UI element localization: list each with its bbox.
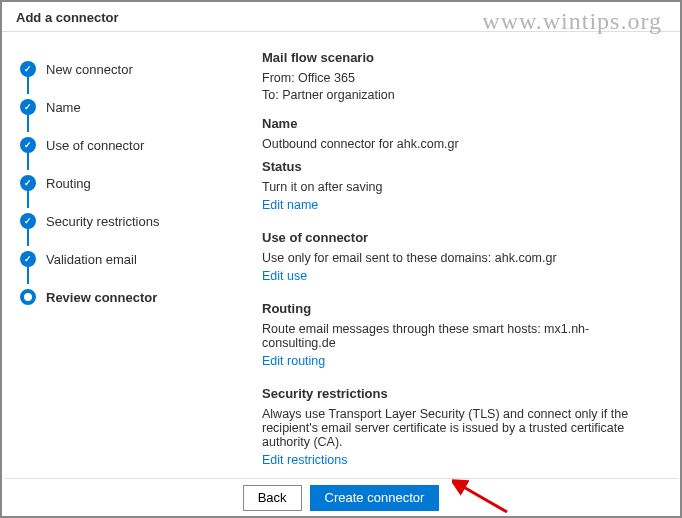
status-title: Status bbox=[262, 159, 660, 174]
check-icon bbox=[20, 137, 36, 153]
use-value: Use only for email sent to these domains… bbox=[262, 251, 660, 265]
step-new-connector[interactable]: New connector bbox=[20, 50, 192, 88]
mail-flow-to: To: Partner organization bbox=[262, 88, 660, 102]
step-use-of-connector[interactable]: Use of connector bbox=[20, 126, 192, 164]
check-icon bbox=[20, 213, 36, 229]
step-label: Use of connector bbox=[46, 138, 144, 153]
page-title: Add a connector bbox=[2, 2, 680, 32]
step-label: Security restrictions bbox=[46, 214, 159, 229]
check-icon bbox=[20, 175, 36, 191]
step-name[interactable]: Name bbox=[20, 88, 192, 126]
edit-use-link[interactable]: Edit use bbox=[262, 269, 307, 283]
step-label: Review connector bbox=[46, 290, 157, 305]
check-icon bbox=[20, 61, 36, 77]
step-label: New connector bbox=[46, 62, 133, 77]
step-review-connector[interactable]: Review connector bbox=[20, 278, 192, 316]
routing-value: Route email messages through these smart… bbox=[262, 322, 660, 350]
name-title: Name bbox=[262, 116, 660, 131]
edit-routing-link[interactable]: Edit routing bbox=[262, 354, 325, 368]
mail-flow-from: From: Office 365 bbox=[262, 71, 660, 85]
edit-restrictions-link[interactable]: Edit restrictions bbox=[262, 453, 347, 467]
step-validation-email[interactable]: Validation email bbox=[20, 240, 192, 278]
step-label: Validation email bbox=[46, 252, 137, 267]
check-icon bbox=[20, 99, 36, 115]
security-value: Always use Transport Layer Security (TLS… bbox=[262, 407, 660, 449]
create-connector-button[interactable]: Create connector bbox=[310, 485, 440, 511]
check-icon bbox=[20, 251, 36, 267]
status-value: Turn it on after saving bbox=[262, 180, 660, 194]
security-title: Security restrictions bbox=[262, 386, 660, 401]
review-panel: Mail flow scenario From: Office 365 To: … bbox=[202, 32, 680, 476]
back-button[interactable]: Back bbox=[243, 485, 302, 511]
use-title: Use of connector bbox=[262, 230, 660, 245]
step-label: Routing bbox=[46, 176, 91, 191]
footer-bar: Back Create connector bbox=[4, 478, 678, 516]
mail-flow-title: Mail flow scenario bbox=[262, 50, 660, 65]
step-routing[interactable]: Routing bbox=[20, 164, 192, 202]
step-security-restrictions[interactable]: Security restrictions bbox=[20, 202, 192, 240]
content-container: New connector Name Use of connector Rout… bbox=[2, 32, 680, 476]
step-label: Name bbox=[46, 100, 81, 115]
current-step-icon bbox=[20, 289, 36, 305]
name-value: Outbound connector for ahk.com.gr bbox=[262, 137, 660, 151]
edit-name-link[interactable]: Edit name bbox=[262, 198, 318, 212]
routing-title: Routing bbox=[262, 301, 660, 316]
wizard-sidebar: New connector Name Use of connector Rout… bbox=[2, 32, 202, 476]
